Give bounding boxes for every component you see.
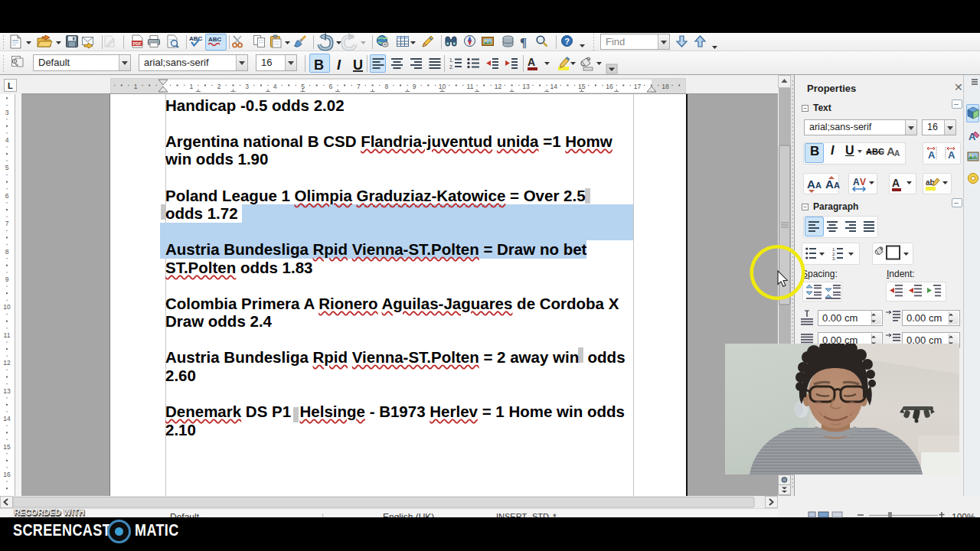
svg-text:15: 15 [3,443,11,451]
svg-text:?: ? [564,37,570,46]
svg-text:7: 7 [357,83,361,90]
svg-text:4: 4 [5,136,9,144]
svg-text:10: 10 [439,83,446,90]
svg-text:A: A [807,178,815,191]
svg-text:15: 15 [578,83,586,90]
svg-text:A: A [928,149,936,161]
svg-text:¶: ¶ [520,35,527,50]
svg-text:1: 1 [189,83,193,90]
svg-text:5: 5 [5,164,9,171]
svg-text:A: A [528,56,535,68]
svg-text:4: 4 [273,83,277,90]
svg-text:11: 11 [467,83,474,90]
svg-text:A: A [815,181,822,190]
svg-text:8: 8 [5,248,9,256]
svg-text:A: A [834,181,840,190]
svg-text:B: B [314,57,324,73]
svg-text:13: 13 [3,387,11,395]
svg-text:U: U [353,57,363,73]
svg-text:14: 14 [3,415,11,422]
svg-text:12: 12 [3,359,11,367]
svg-text:18: 18 [662,83,669,90]
svg-text:6: 6 [329,83,333,90]
svg-text:5: 5 [301,83,305,90]
svg-text:14: 14 [550,83,558,90]
svg-text:PDF: PDF [133,41,142,46]
svg-text:2.: 2. [449,64,454,70]
svg-text:9: 9 [413,83,416,90]
svg-text:17: 17 [634,83,642,90]
svg-text:16: 16 [3,471,11,478]
svg-text:V: V [860,177,866,187]
svg-text:6: 6 [5,192,9,200]
svg-text:11: 11 [4,331,11,339]
svg-text:3.: 3. [832,256,836,261]
svg-text:16: 16 [606,83,613,90]
svg-text:12: 12 [495,83,502,90]
svg-text:9: 9 [5,276,9,283]
svg-text:A: A [853,177,860,187]
svg-text:A: A [825,178,834,191]
svg-text:A: A [892,177,900,189]
svg-text:ABC: ABC [189,35,203,42]
svg-text:A: A [948,149,956,161]
svg-text:I: I [337,57,341,73]
svg-text:10: 10 [3,303,11,311]
svg-text:2: 2 [217,83,221,90]
svg-text:3: 3 [5,109,9,116]
svg-text:ABC: ABC [208,36,222,43]
svg-text:1.: 1. [449,57,454,63]
svg-text:1: 1 [134,83,138,90]
svg-text:8: 8 [384,83,388,90]
svg-text:3: 3 [245,83,249,90]
svg-text:7: 7 [5,220,9,227]
svg-text:13: 13 [522,83,530,90]
